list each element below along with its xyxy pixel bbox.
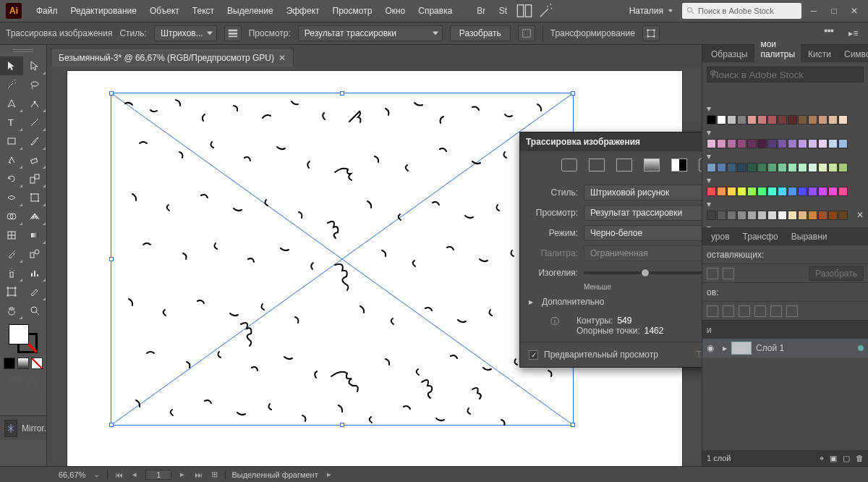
swatch[interactable] [717,139,726,148]
zoom-tool[interactable] [23,301,46,320]
artboard-tool[interactable] [0,282,23,301]
pen-tool[interactable] [0,94,23,113]
swatch[interactable] [838,187,848,196]
mirror-plugin-chip[interactable]: Mirror... [0,415,46,440]
swatch[interactable] [838,139,848,148]
arrange-docs-icon[interactable] [516,4,532,18]
swatch[interactable] [747,187,757,196]
swatch[interactable] [828,115,838,124]
gradient-tool[interactable] [23,226,46,245]
width-tool[interactable] [0,188,23,207]
swatch[interactable] [828,139,838,148]
selection-tool[interactable] [0,56,23,75]
paintbrush-tool[interactable] [23,132,46,151]
menu-type[interactable]: Текст [187,3,220,19]
swatch[interactable] [778,115,787,124]
zoom-level[interactable]: 66,67% [59,470,85,479]
swatch[interactable] [737,139,746,148]
trace-threshold-slider[interactable] [584,271,707,274]
panel-layout-icon[interactable] [820,25,838,41]
swatch[interactable] [808,163,817,172]
color-mode-chip[interactable] [4,358,15,369]
swatch[interactable] [727,139,736,148]
swatch[interactable] [778,211,787,220]
swatch[interactable] [757,139,767,148]
swatch[interactable] [707,163,716,172]
swatch[interactable] [737,211,746,220]
swatch[interactable] [788,115,797,124]
curvature-tool[interactable] [23,94,46,113]
shaper-tool[interactable] [0,151,23,169]
swatch[interactable] [808,139,817,148]
eyedropper-tool[interactable] [0,245,23,263]
swatch[interactable] [767,163,777,172]
swatch[interactable] [727,187,736,196]
lasso-tool[interactable] [23,75,46,94]
menu-effect[interactable]: Эффект [281,3,326,19]
menu-view[interactable]: Просмотр [327,3,378,19]
swatch[interactable] [788,163,797,172]
preset-lowcolor-icon[interactable] [616,158,632,172]
preset-bw-icon[interactable] [671,158,687,172]
swatch[interactable] [717,187,726,196]
advanced-disclosure-icon[interactable]: ▸ [529,297,536,307]
view-dropdown[interactable]: Результат трассировки [298,25,443,41]
document-tab[interactable]: Безымянный-3* @ 66,67% (RGB/Предпросмотр… [51,48,294,67]
column-graph-tool[interactable] [23,263,46,282]
gradient-mode-chip[interactable] [17,358,29,369]
swatch[interactable] [767,115,777,124]
toolbox-grip[interactable] [0,45,46,56]
bridge-icon[interactable]: Br [473,4,489,18]
perspective-grid-tool[interactable] [23,207,46,226]
none-mode-chip[interactable] [31,358,43,369]
tab-align[interactable]: Выравни [786,229,833,245]
artboard-nav-icon[interactable]: ⊞ [209,470,219,480]
pathfinder-5-icon[interactable] [770,305,782,317]
trace-panel-toggle-icon[interactable] [224,25,242,41]
swatch[interactable] [737,115,746,124]
swatch[interactable] [808,211,817,220]
transform-icon[interactable] [642,25,660,41]
pathfinder-1-icon[interactable] [707,305,718,317]
swatch[interactable] [767,139,777,148]
swatch[interactable] [757,163,767,172]
swatch-group-toggle[interactable]: ▾ [707,175,864,185]
expand-button[interactable]: Разобрать [450,25,511,41]
swatch[interactable] [838,163,848,172]
swatch[interactable] [767,211,777,220]
swatch[interactable] [798,211,807,220]
swatch[interactable] [757,115,767,124]
locate-layer-icon[interactable]: ⌖ [820,454,824,463]
adobe-stock-search[interactable]: Поиск в Adobe Stock [682,3,801,19]
swatch[interactable] [737,187,746,196]
swatch[interactable] [798,115,807,124]
swatch[interactable] [838,115,848,124]
menu-window[interactable]: Окно [379,3,411,19]
symbol-sprayer-tool[interactable] [0,263,23,282]
swatch[interactable] [717,115,726,124]
draw-normal-icon[interactable] [8,375,22,386]
fill-swatch[interactable] [9,324,29,344]
trace-advanced-label[interactable]: Дополнительно [542,297,604,307]
fill-stroke-control[interactable] [0,320,46,391]
tab-transform[interactable]: Трансфо [737,229,784,245]
swatch[interactable] [757,187,767,196]
swatch[interactable] [778,139,787,148]
swatch[interactable] [788,187,797,196]
last-artboard-icon[interactable]: ⏭ [193,470,203,480]
wand-icon[interactable] [538,4,554,18]
swatch[interactable] [707,139,716,148]
next-artboard-icon[interactable]: ▸ [177,470,187,480]
swatch-group-toggle[interactable]: ▾ [707,127,864,138]
swatch[interactable] [788,139,797,148]
layer-visibility-icon[interactable]: ◉ [707,343,718,353]
swatch[interactable] [747,139,757,148]
panel-options-icon[interactable]: ▸≡ [845,25,862,41]
layers-tab[interactable]: и [707,325,712,335]
swatch[interactable] [828,187,838,196]
swatch-close-icon[interactable]: ✕ [856,210,864,220]
layer-row[interactable]: ◉ ▸ Слой 1 [702,339,868,358]
direct-selection-tool[interactable] [23,56,46,75]
swatch[interactable] [717,163,726,172]
rotate-tool[interactable] [0,169,23,188]
